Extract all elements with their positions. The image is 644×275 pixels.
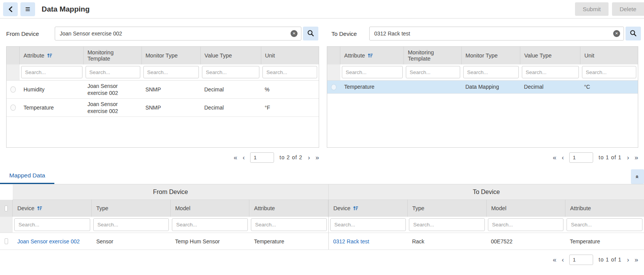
- page-number-input[interactable]: [250, 152, 274, 163]
- filter-input-to-type[interactable]: [409, 218, 485, 231]
- table-row[interactable]: Temperature Joan Sensor exercise 002 SNM…: [7, 99, 319, 117]
- group-header-to-device: To Device: [329, 184, 644, 200]
- filter-input-to-model[interactable]: [488, 218, 564, 231]
- to-device-link[interactable]: 0312 Rack test: [333, 238, 369, 245]
- filter-input-monitoring-template[interactable]: [86, 66, 140, 78]
- table-filter-row: [327, 64, 638, 81]
- to-device-label: To Device: [331, 30, 357, 37]
- selector-column-header: [7, 47, 20, 64]
- first-page-icon[interactable]: «: [553, 154, 556, 161]
- column-header-monitoring-template[interactable]: Monitoring Template: [84, 47, 141, 64]
- filter-input-from-model[interactable]: [172, 218, 248, 231]
- filter-input-value-type[interactable]: [522, 66, 579, 78]
- row-radio[interactable]: [331, 84, 336, 90]
- mapped-data-tab-bar: Mapped Data «: [0, 170, 644, 184]
- double-chevron-up-icon: «: [634, 175, 641, 178]
- column-header-to-attribute[interactable]: Attribute: [565, 200, 644, 217]
- filter-input-attribute[interactable]: [342, 66, 403, 78]
- from-attributes-grid: Attribute Monitoring Template Monitor Ty…: [6, 46, 319, 148]
- column-header-from-model[interactable]: Model: [171, 200, 250, 217]
- filter-input-attribute[interactable]: [21, 66, 82, 78]
- back-button[interactable]: [3, 2, 18, 16]
- next-page-icon[interactable]: ›: [627, 154, 629, 161]
- column-header-value-type[interactable]: Value Type: [520, 47, 580, 64]
- first-page-icon[interactable]: «: [553, 256, 556, 263]
- next-page-icon[interactable]: ›: [308, 154, 310, 161]
- column-header-from-device[interactable]: Device: [13, 200, 92, 217]
- page-number-input[interactable]: [569, 255, 593, 265]
- row-radio[interactable]: [10, 105, 16, 111]
- column-header-monitor-type[interactable]: Monitor Type: [142, 47, 201, 64]
- column-header-from-attribute[interactable]: Attribute: [249, 200, 328, 217]
- filter-input-value-type[interactable]: [202, 66, 259, 78]
- prev-page-icon[interactable]: ‹: [243, 154, 245, 161]
- menu-button[interactable]: ≡: [20, 2, 35, 16]
- filter-input-from-attribute[interactable]: [251, 218, 327, 231]
- filter-input-monitor-type[interactable]: [463, 66, 519, 78]
- first-page-icon[interactable]: «: [234, 154, 237, 161]
- mapped-data-table: From Device To Device Device Type Model …: [0, 184, 644, 265]
- from-device-search-button[interactable]: [303, 27, 318, 40]
- table-row-selected[interactable]: Temperature Data Mapping Decimal °C: [327, 81, 638, 94]
- last-page-icon[interactable]: »: [635, 154, 638, 161]
- last-page-icon[interactable]: »: [635, 256, 638, 263]
- magnifier-icon: [630, 30, 637, 38]
- page-number-input[interactable]: [569, 152, 593, 163]
- delete-button[interactable]: Delete: [612, 2, 644, 16]
- filter-input-to-device[interactable]: [330, 218, 406, 231]
- column-header-to-device[interactable]: Device: [328, 200, 408, 217]
- clear-icon[interactable]: ✕: [291, 30, 298, 37]
- select-all-checkbox[interactable]: [5, 206, 8, 211]
- to-table-pagination: « ‹ to 1 of 1 › »: [327, 152, 638, 163]
- column-header-from-type[interactable]: Type: [92, 200, 171, 217]
- column-header-monitor-type[interactable]: Monitor Type: [462, 47, 520, 64]
- filter-input-from-type[interactable]: [93, 218, 169, 231]
- attribute-panels: Attribute Monitoring Template Monitor Ty…: [0, 46, 644, 163]
- group-header-row: From Device To Device: [0, 184, 644, 200]
- to-attributes-panel: Attribute Monitoring Template Monitor Ty…: [327, 46, 638, 163]
- filter-input-to-attribute[interactable]: [567, 218, 642, 231]
- device-search-row: From Device ✕ To Device ✕: [0, 19, 644, 46]
- column-header-unit[interactable]: Unit: [261, 47, 319, 64]
- mapped-table-pagination: « ‹ to 1 of 1 › »: [0, 254, 644, 265]
- sort-ascending-icon[interactable]: [47, 53, 52, 58]
- prev-page-icon[interactable]: ‹: [562, 154, 564, 161]
- page-range-text: to 1 of 1: [599, 256, 622, 263]
- from-table-pagination: « ‹ to 2 of 2 › »: [6, 152, 319, 163]
- mapped-data-row[interactable]: Joan Sensor exercise 002 Sensor Temp Hum…: [0, 233, 644, 250]
- column-header-attribute[interactable]: Attribute: [20, 47, 84, 64]
- selector-column-header: [327, 47, 340, 64]
- filter-input-from-device[interactable]: [14, 218, 90, 231]
- filter-input-unit[interactable]: [262, 66, 317, 78]
- from-device-input[interactable]: [55, 27, 301, 40]
- from-device-link[interactable]: Joan Sensor exercise 002: [17, 238, 80, 245]
- to-device-search-button[interactable]: [626, 27, 641, 40]
- page-title: Data Mapping: [42, 5, 90, 13]
- collapse-panel-button[interactable]: «: [631, 169, 644, 184]
- filter-input-monitoring-template[interactable]: [406, 66, 460, 78]
- row-checkbox[interactable]: [5, 238, 8, 244]
- from-attributes-panel: Attribute Monitoring Template Monitor Ty…: [6, 46, 319, 163]
- sort-ascending-icon[interactable]: [37, 206, 42, 211]
- filter-input-unit[interactable]: [582, 66, 636, 78]
- filter-input-monitor-type[interactable]: [143, 66, 199, 78]
- submit-button[interactable]: Submit: [575, 2, 609, 16]
- table-row[interactable]: Humidity Joan Sensor exercise 002 SNMP D…: [7, 81, 319, 99]
- column-header-unit[interactable]: Unit: [580, 47, 638, 64]
- tab-mapped-data[interactable]: Mapped Data: [0, 172, 54, 184]
- column-header-monitoring-template[interactable]: Monitoring Template: [404, 47, 462, 64]
- sort-ascending-icon[interactable]: [353, 206, 358, 211]
- prev-page-icon[interactable]: ‹: [562, 256, 564, 263]
- row-radio[interactable]: [10, 86, 16, 93]
- column-header-to-model[interactable]: Model: [487, 200, 566, 217]
- clear-icon[interactable]: ✕: [613, 30, 620, 37]
- column-header-value-type[interactable]: Value Type: [201, 47, 261, 64]
- to-device-input[interactable]: [369, 27, 624, 40]
- column-header-to-type[interactable]: Type: [408, 200, 487, 217]
- mapped-column-header-row: Device Type Model Attribute Device Type …: [0, 200, 644, 217]
- last-page-icon[interactable]: »: [316, 154, 319, 161]
- page-range-text: to 2 of 2: [279, 154, 303, 160]
- next-page-icon[interactable]: ›: [627, 256, 629, 263]
- sort-ascending-icon[interactable]: [368, 53, 373, 58]
- column-header-attribute[interactable]: Attribute: [340, 47, 404, 64]
